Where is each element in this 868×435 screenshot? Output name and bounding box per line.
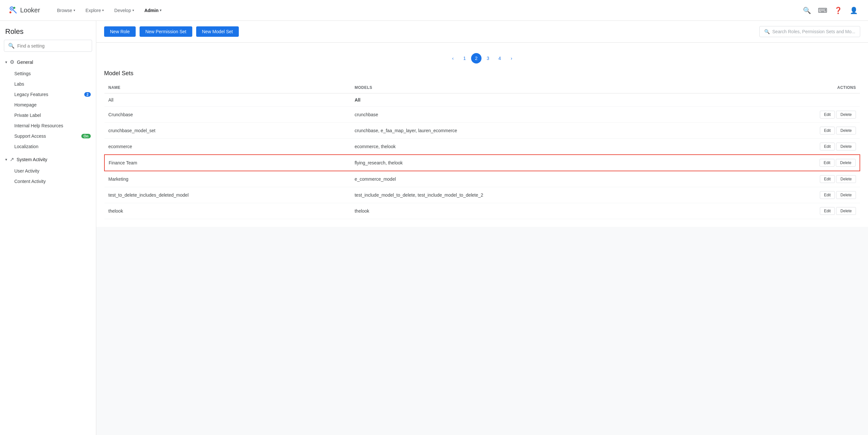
sidebar-item-settings[interactable]: Settings [0,68,96,79]
delete-button[interactable]: Delete [836,191,856,199]
sidebar-item-legacy-features[interactable]: Legacy Features 2 [0,89,96,99]
logo-text: Looker [20,6,40,14]
svg-point-4 [13,7,15,9]
edit-button[interactable]: Edit [820,127,835,135]
page-4-button[interactable]: 4 [495,53,505,63]
content-search-placeholder: Search Roles, Permission Sets and Mo... [772,29,855,34]
cell-name: Finance Team [104,155,351,171]
explore-chevron: ▾ [102,8,104,12]
delete-button[interactable]: Delete [836,143,856,150]
col-name: Name [104,82,351,93]
delete-button[interactable]: Delete [836,159,856,167]
edit-button[interactable]: Edit [820,143,835,150]
sidebar-item-private-label[interactable]: Private Label [0,110,96,120]
page-1-button[interactable]: 1 [459,53,470,63]
sidebar-search-box[interactable]: 🔍 [4,40,92,52]
sidebar-header: Roles [0,21,96,40]
table-row: Finance Teamflying_research, thelookEdit… [104,155,860,171]
edit-button[interactable]: Edit [820,207,835,215]
table-body: AllAllCrunchbasecrunchbaseEditDeletecrun… [104,93,860,219]
sidebar-section-general: ▾ ⚙ General Settings Labs Legacy Feature… [0,56,96,152]
account-icon: 👤 [850,6,858,14]
sidebar-general-header[interactable]: ▾ ⚙ General [0,56,96,68]
support-access-badge: On [81,134,91,138]
cell-models: e_commerce_model [351,171,732,187]
new-model-set-button[interactable]: New Model Set [196,26,239,37]
sidebar-item-localization[interactable]: Localization [0,141,96,152]
new-permission-set-button[interactable]: New Permission Set [140,26,192,37]
sidebar-item-homepage[interactable]: Homepage [0,99,96,110]
sidebar-search-icon: 🔍 [8,42,14,49]
system-activity-icon: ↗ [10,156,14,163]
col-models: Models [351,82,732,93]
keyboard-button[interactable]: ⌨ [816,4,829,17]
cell-actions: EditDelete [732,187,860,203]
cell-name: ecommerce [104,139,351,155]
page-3-button[interactable]: 3 [483,53,493,63]
account-button[interactable]: 👤 [847,4,860,17]
svg-point-3 [9,11,11,13]
table-row: crunchbase_model_setcrunchbase, e_faa_ma… [104,123,860,139]
sidebar-item-support-access[interactable]: Support Access On [0,131,96,141]
cell-name: Marketing [104,171,351,187]
develop-chevron: ▾ [132,8,134,12]
cell-models: crunchbase, e_faa_map_layer, lauren_ecom… [351,123,732,139]
sidebar-item-labs[interactable]: Labs [0,79,96,89]
cell-actions: EditDelete [732,107,860,123]
table-row: test_to_delete_includes_deleted_modeltes… [104,187,860,203]
sidebar-item-content-activity[interactable]: Content Activity [0,176,96,186]
cell-models: crunchbase [351,107,732,123]
delete-button[interactable]: Delete [836,111,856,118]
search-button[interactable]: 🔍 [800,4,813,17]
edit-button[interactable]: Edit [820,191,835,199]
content-inner: ‹ 1 2 3 4 › Model Sets Name Models [96,42,868,227]
content-scroll[interactable]: ‹ 1 2 3 4 › Model Sets Name Models [96,42,868,435]
model-sets-section: Model Sets Name Models Actions AllAllCru… [104,70,860,219]
system-activity-expand-icon: ▾ [5,157,7,162]
system-activity-section-label: System Activity [17,157,47,162]
edit-button[interactable]: Edit [820,175,835,183]
delete-button[interactable]: Delete [836,175,856,183]
cell-name: Crunchbase [104,107,351,123]
nav-explore[interactable]: Explore ▾ [82,5,108,16]
page-2-button[interactable]: 2 [471,53,482,63]
cell-models: thelook [351,203,732,219]
cell-actions [732,93,860,107]
nav-admin[interactable]: Admin ▾ [141,5,165,16]
sidebar-nav: ▾ ⚙ General Settings Labs Legacy Feature… [0,56,96,435]
sidebar-item-user-activity[interactable]: User Activity [0,166,96,176]
sidebar-section-system-activity: ▾ ↗ System Activity User Activity Conten… [0,153,96,186]
content-area: New Role New Permission Set New Model Se… [96,21,868,435]
content-search-icon: 🔍 [764,29,770,34]
legacy-features-badge: 2 [84,92,91,97]
delete-button[interactable]: Delete [836,127,856,135]
prev-page-button[interactable]: ‹ [448,53,458,63]
sidebar-item-internal-help[interactable]: Internal Help Resources [0,120,96,131]
cell-actions: EditDelete [732,155,860,171]
content-toolbar: New Role New Permission Set New Model Se… [96,21,868,42]
cell-models: test_include_model_to_delete, test_inclu… [351,187,732,203]
general-settings-icon: ⚙ [10,59,14,65]
cell-models: flying_research, thelook [351,155,732,171]
help-icon: ❓ [834,6,842,14]
sidebar-system-activity-header[interactable]: ▾ ↗ System Activity [0,153,96,166]
looker-logo-icon [8,5,18,16]
content-search-box[interactable]: 🔍 Search Roles, Permission Sets and Mo..… [760,26,860,37]
edit-button[interactable]: Edit [819,159,835,167]
cell-name: All [104,93,351,107]
table-row: thelookthelookEditDelete [104,203,860,219]
nav-develop[interactable]: Develop ▾ [110,5,137,16]
edit-button[interactable]: Edit [820,111,835,118]
cell-actions: EditDelete [732,171,860,187]
help-button[interactable]: ❓ [832,4,844,17]
next-page-button[interactable]: › [506,53,517,63]
sidebar-search-input[interactable] [17,43,88,49]
logo[interactable]: Looker [8,5,40,16]
col-actions: Actions [732,82,860,93]
new-role-button[interactable]: New Role [104,26,136,37]
nav-browse[interactable]: Browse ▾ [53,5,79,16]
nav-links: Browse ▾ Explore ▾ Develop ▾ Admin ▾ [53,5,800,16]
cell-models: All [351,93,732,107]
top-navigation: Looker Browse ▾ Explore ▾ Develop ▾ Admi… [0,0,868,21]
delete-button[interactable]: Delete [836,207,856,215]
